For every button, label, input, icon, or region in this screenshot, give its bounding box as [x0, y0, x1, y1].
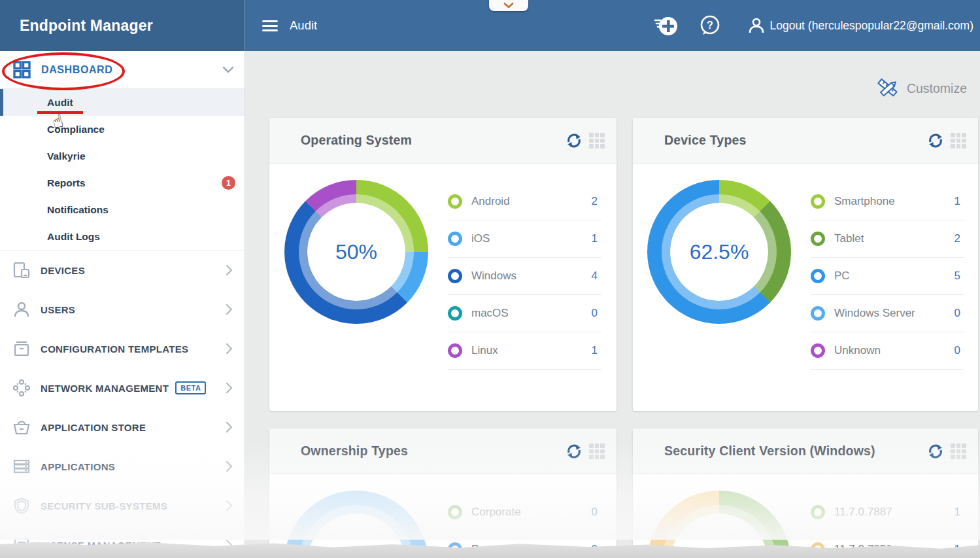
widget-title: Security Client Version (Windows) [664, 444, 875, 459]
legend-label: 11.7.0.7887 [834, 506, 955, 519]
drag-handle-icon[interactable] [951, 133, 966, 148]
menu-icon[interactable] [262, 20, 278, 31]
widget-device-types: Device Types 62.5% [633, 118, 978, 411]
sidebar-item-application-store[interactable]: APPLICATION STORE [0, 408, 245, 447]
endpoint-manager-screen: Endpoint Manager Audit [0, 0, 980, 558]
sidebar-item-license-management[interactable]: LICENSE MANAGEMENT [0, 525, 245, 558]
user-icon [747, 16, 766, 35]
sidebar-item-applications[interactable]: APPLICATIONS [0, 447, 245, 486]
refresh-icon[interactable] [927, 132, 944, 149]
donut-percent: 50% [335, 240, 377, 264]
sidebar-item-audit-logs[interactable]: Audit Logs [0, 223, 245, 250]
svg-text:?: ? [707, 20, 714, 31]
legend-count: 5 [955, 270, 960, 283]
sidebar-item-users[interactable]: USERS [0, 290, 245, 329]
legend-ring [811, 194, 825, 209]
beta-badge: BETA [175, 381, 206, 394]
refresh-icon[interactable] [927, 443, 944, 460]
widget-body: 62.5% Smartphone 1 Tablet 2 [633, 164, 978, 410]
legend-label: Tablet [834, 232, 955, 245]
topbar: Endpoint Manager Audit [0, 0, 980, 51]
legend-count: 0 [592, 506, 598, 519]
sidebar-item-configuration-templates[interactable]: CONFIGURATION TEMPLATES [0, 329, 245, 368]
legend-ring [448, 232, 462, 246]
legend-label: Windows Server [834, 307, 955, 320]
legend-label: macOS [471, 307, 592, 320]
sidebar-item-network-management[interactable]: NETWORK MANAGEMENT BETA [0, 368, 245, 408]
widget-header: Security Client Version (Windows) [633, 428, 978, 474]
customize-label: Customize [907, 81, 967, 96]
sidebar-item-notifications[interactable]: Notifications [0, 196, 245, 223]
help-icon[interactable]: ? [699, 14, 721, 37]
refresh-icon[interactable] [566, 443, 583, 460]
legend: Corporate 0 Personal 0 [448, 494, 601, 558]
chevron-right-icon [226, 461, 233, 472]
sidebar-item-valkyrie[interactable]: Valkyrie [0, 143, 245, 169]
legend: Android 2 iOS 1 Windows 4 [448, 183, 601, 370]
templates-icon [12, 340, 31, 358]
sidebar-item-label: DASHBOARD [41, 64, 112, 76]
widget-ownership-types: Ownership Types [269, 428, 617, 558]
legend-item: Smartphone 1 [811, 183, 964, 220]
sidebar-item-compliance[interactable]: Compliance [0, 116, 245, 143]
chevron-right-icon [226, 264, 233, 276]
drag-handle-icon[interactable] [589, 133, 605, 148]
widget-security-client-version: Security Client Version (Windows) [633, 428, 978, 558]
legend-ring [811, 232, 825, 246]
legend-count: 1 [955, 506, 960, 519]
security-client-version-donut[interactable] [647, 491, 791, 558]
legend-item: Personal 0 [448, 531, 601, 558]
legend-ring [811, 306, 825, 321]
sidebar-item-reports[interactable]: Reports 1 [0, 169, 245, 196]
network-icon [12, 379, 31, 397]
widget-body: 11.7.0.7887 1 11.7.0.7859 1 [633, 474, 978, 557]
legend-item: Unknown 0 [811, 332, 964, 370]
legend-count: 1 [955, 543, 960, 556]
enroll-device-icon[interactable] [653, 14, 678, 37]
brand: Endpoint Manager [0, 0, 245, 51]
chevron-right-icon [226, 421, 233, 433]
widget-title: Operating System [301, 133, 412, 148]
legend-ring [448, 194, 462, 209]
chevron-down-icon [503, 3, 514, 9]
sidebar-item-dashboard[interactable]: DASHBOARD [0, 51, 245, 89]
legend-item: Windows 4 [448, 258, 601, 295]
brand-title: Endpoint Manager [20, 17, 153, 35]
device-types-donut[interactable]: 62.5% [647, 180, 791, 324]
legend-item: 11.7.0.7887 1 [811, 494, 964, 531]
chevron-right-icon [226, 539, 233, 551]
legend-label: Corporate [471, 506, 592, 519]
customize-button[interactable]: Customize [876, 77, 967, 99]
legend: 11.7.0.7887 1 11.7.0.7859 1 [811, 494, 964, 558]
legend-label: 11.7.0.7859 [834, 543, 955, 556]
sidebar-item-security-sub-systems[interactable]: SECURITY SUB-SYSTEMS [0, 486, 245, 525]
legend-label: Personal [471, 543, 592, 556]
logout-link[interactable]: Logout (herculespopular22@gmail.com) [769, 19, 973, 33]
legend-count: 1 [592, 344, 598, 357]
refresh-icon[interactable] [566, 132, 583, 149]
legend-count: 1 [955, 195, 960, 208]
devices-icon [12, 261, 31, 279]
legend-count: 0 [955, 344, 960, 357]
legend-label: PC [834, 270, 955, 283]
collapse-tab[interactable] [489, 0, 528, 11]
widget-body: 50% Android 2 iOS 1 Windows [269, 164, 617, 410]
customize-icon [876, 77, 901, 99]
legend-item: macOS 0 [448, 295, 601, 332]
legend-item: 11.7.0.7859 1 [811, 531, 964, 558]
drag-handle-icon[interactable] [589, 444, 605, 459]
widget-title: Ownership Types [301, 444, 408, 459]
legend-item: Windows Server 0 [811, 295, 964, 332]
legend-label: Smartphone [834, 195, 955, 208]
sidebar-item-devices[interactable]: DEVICES [0, 251, 245, 290]
operating-system-donut[interactable]: 50% [284, 180, 428, 324]
widget-body: Corporate 0 Personal 0 [269, 474, 617, 557]
legend-item: Linux 1 [448, 332, 601, 370]
legend-item: iOS 1 [448, 220, 601, 258]
chevron-right-icon [226, 304, 233, 315]
legend-ring [448, 505, 462, 519]
drag-handle-icon[interactable] [951, 444, 966, 459]
ownership-types-donut[interactable] [284, 491, 428, 558]
legend-label: Unknown [834, 344, 955, 357]
widget-title: Device Types [664, 133, 747, 148]
